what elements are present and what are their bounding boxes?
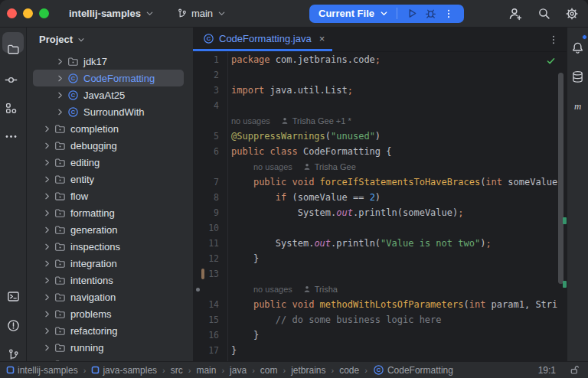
- more-tool-button[interactable]: [2, 122, 19, 138]
- line-number[interactable]: 16: [193, 327, 219, 343]
- database-tool-button[interactable]: [570, 65, 586, 80]
- settings-button[interactable]: [565, 7, 579, 21]
- line-number[interactable]: 5: [193, 129, 219, 144]
- branch-selector[interactable]: main: [172, 5, 231, 22]
- author-hint[interactable]: Trisha Gee: [303, 159, 356, 174]
- tree-item-refactoring[interactable]: refactoring: [33, 322, 184, 339]
- breadcrumb-item-CodeFormatting[interactable]: CCodeFormatting: [373, 364, 453, 376]
- tree-item-problems[interactable]: problems: [33, 305, 184, 322]
- project-selector[interactable]: intellij-samples: [64, 5, 159, 22]
- tab-codeformatting-java[interactable]: C CodeFormatting.java ×: [193, 28, 332, 51]
- chevron-right-icon[interactable]: [55, 107, 65, 117]
- line-number[interactable]: 10: [193, 220, 219, 236]
- breadcrumb-item-src[interactable]: src: [171, 365, 183, 376]
- tree-item-formatting[interactable]: formatting: [33, 204, 184, 221]
- breadcrumb-item-java-samples[interactable]: java-samples: [91, 365, 157, 376]
- chevron-right-icon[interactable]: [42, 242, 52, 252]
- line-number[interactable]: 17: [193, 343, 219, 358]
- chevron-right-icon[interactable]: [42, 124, 52, 134]
- author-hint[interactable]: Trisha Gee +1 *: [281, 113, 351, 129]
- breadcrumb-item-com[interactable]: com: [260, 365, 278, 376]
- line-number[interactable]: 7: [193, 174, 219, 190]
- line-number[interactable]: 15: [193, 312, 219, 327]
- breadcrumb-item-code[interactable]: code: [339, 365, 359, 376]
- breadcrumb-item-java[interactable]: java: [230, 365, 247, 376]
- line-number[interactable]: 11: [193, 236, 219, 251]
- chevron-right-icon[interactable]: [42, 309, 52, 319]
- structure-tool-button[interactable]: [2, 94, 19, 109]
- project-tree[interactable]: jdk17CCodeFormattingCJavaAt25CSurroundWi…: [27, 51, 193, 361]
- breadcrumb-item-intellij-samples[interactable]: intellij-samples: [6, 365, 78, 376]
- author-hint[interactable]: Trisha: [303, 282, 338, 297]
- chevron-right-icon[interactable]: [42, 191, 52, 201]
- tree-item-completion[interactable]: completion: [33, 120, 184, 137]
- chevron-right-icon[interactable]: [42, 158, 52, 168]
- tree-item-intentions[interactable]: intentions: [33, 272, 184, 288]
- tree-item-debugging[interactable]: debugging: [33, 137, 184, 154]
- zoom-window-button[interactable]: [39, 8, 49, 18]
- tree-item-jdk17[interactable]: jdk17: [33, 53, 184, 70]
- line-number[interactable]: 1: [193, 52, 219, 67]
- breadcrumb-item-main[interactable]: main: [196, 365, 216, 376]
- tree-item-SurroundWith[interactable]: CSurroundWith: [33, 103, 184, 120]
- project-tool-button[interactable]: [2, 32, 24, 53]
- chevron-right-icon[interactable]: [42, 343, 52, 353]
- editor-options-button[interactable]: [548, 34, 559, 45]
- chevron-right-icon[interactable]: [42, 326, 52, 336]
- debug-button[interactable]: [421, 5, 439, 23]
- unlock-icon[interactable]: [569, 364, 580, 376]
- line-number[interactable]: 13: [193, 266, 219, 282]
- minimize-window-button[interactable]: [23, 8, 33, 18]
- usages-hint[interactable]: no usages: [253, 159, 292, 174]
- chevron-right-icon[interactable]: [42, 259, 52, 269]
- maven-tool-button[interactable]: m: [570, 94, 586, 109]
- line-number[interactable]: 4: [193, 98, 219, 113]
- line-number[interactable]: 14: [193, 297, 219, 312]
- tree-item-flow[interactable]: flow: [33, 187, 184, 204]
- tree-item-entity[interactable]: entity: [33, 171, 184, 187]
- tree-item-navigation[interactable]: navigation: [33, 288, 184, 305]
- code-editor[interactable]: 1package com.jetbrains.code;23import jav…: [193, 52, 567, 361]
- line-number[interactable]: 12: [193, 251, 219, 266]
- tree-item-partial[interactable]: [33, 356, 184, 361]
- line-number[interactable]: 9: [193, 205, 219, 220]
- tree-item-JavaAt25[interactable]: CJavaAt25: [33, 86, 184, 103]
- line-number[interactable]: 8: [193, 190, 219, 205]
- chevron-right-icon[interactable]: [55, 90, 65, 100]
- vcs-changed-lines-marker[interactable]: [201, 269, 204, 279]
- tree-item-CodeFormatting[interactable]: CCodeFormatting: [33, 70, 184, 86]
- notifications-tool-button[interactable]: [570, 36, 586, 51]
- usages-hint[interactable]: no usages: [231, 113, 270, 129]
- terminal-tool-button[interactable]: [5, 282, 21, 297]
- chevron-right-icon[interactable]: [42, 208, 52, 218]
- editor-scrollbar[interactable]: [558, 73, 564, 284]
- search-button[interactable]: [537, 7, 550, 21]
- tree-item-integration[interactable]: integration: [33, 255, 184, 272]
- run-button[interactable]: [403, 5, 421, 23]
- vcs-change-stripe-mark[interactable]: [563, 281, 567, 288]
- inspections-ok-check-icon[interactable]: [546, 56, 556, 66]
- add-user-button[interactable]: [508, 7, 522, 21]
- caret-position[interactable]: 19:1: [538, 365, 556, 376]
- tree-item-running[interactable]: running: [33, 339, 184, 356]
- chevron-right-icon[interactable]: [42, 292, 52, 302]
- chevron-right-icon[interactable]: [55, 73, 65, 83]
- vcs-change-stripe-mark[interactable]: [563, 217, 567, 224]
- tree-item-generation[interactable]: generation: [33, 221, 184, 238]
- usages-hint[interactable]: no usages: [253, 282, 292, 297]
- tree-item-inspections[interactable]: inspections: [33, 238, 184, 255]
- line-number[interactable]: 6: [193, 144, 219, 159]
- chevron-right-icon[interactable]: [42, 275, 52, 285]
- line-number[interactable]: 2: [193, 67, 219, 83]
- inlay-hint[interactable]: no usagesTrisha Gee: [193, 159, 567, 174]
- tree-item-editing[interactable]: editing: [33, 154, 184, 171]
- version-control-tool-button[interactable]: [5, 340, 21, 355]
- close-window-button[interactable]: [7, 8, 17, 18]
- chevron-right-icon[interactable]: [42, 225, 52, 235]
- inlay-hint[interactable]: no usagesTrisha: [193, 282, 567, 297]
- commit-tool-button[interactable]: [2, 66, 19, 81]
- chevron-right-icon[interactable]: [42, 141, 52, 151]
- problems-tool-button[interactable]: [5, 311, 21, 326]
- breadcrumb-item-jetbrains[interactable]: jetbrains: [291, 365, 325, 376]
- line-number[interactable]: 3: [193, 83, 219, 98]
